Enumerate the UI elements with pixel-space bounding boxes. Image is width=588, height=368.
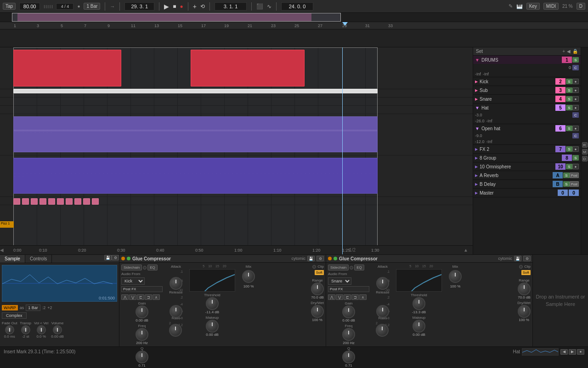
comp2-makeup-knob[interactable] [413,320,425,333]
tap-button[interactable]: Tap [3,3,16,10]
comp2-postfx[interactable]: Post FX [328,286,369,292]
overview-bar[interactable] [0,13,588,22]
comp1-mix-knob[interactable] [242,270,255,283]
transp-knob[interactable] [21,325,30,334]
collapse-hat[interactable]: ▼ [475,105,480,110]
end-position[interactable]: 24. 0. 0 [281,2,313,11]
comp1-power-led[interactable] [121,257,125,260]
comp1-settings-btn[interactable]: ⚙ [317,256,324,261]
track-mute-snare[interactable]: ● [572,96,579,102]
track-s-kick[interactable]: S [566,79,572,84]
comp2-q-knob[interactable] [342,351,355,363]
scroll-left-btn[interactable]: ◀ [0,247,4,253]
comp2-filter-1[interactable]: ⋀ [328,294,335,300]
comp2-eq-btn[interactable]: EQ [354,264,364,270]
clip-pink[interactable] [31,198,38,205]
track-s-drums[interactable]: S [572,57,579,63]
comp1-range-knob[interactable] [311,282,324,295]
fade-out-knob[interactable] [5,325,14,334]
track-mute-openhat[interactable]: ● [572,126,579,131]
comp1-threshold-knob[interactable] [206,297,219,310]
track-collapse-drums[interactable]: ▼ [475,58,480,63]
comp1-q-knob[interactable] [136,351,148,363]
set-add-btn[interactable]: + [562,49,565,54]
track-mute-kick[interactable]: ● [572,79,579,84]
scroll-r-btn[interactable]: R [582,142,588,148]
scroll-right-btn[interactable]: 1/2 [349,247,356,253]
position-display[interactable]: 29. 3. 1 [124,2,154,11]
track-c-openhat[interactable]: C [572,133,579,138]
time-sig-display[interactable]: 4 / 4 [56,3,74,10]
comp1-source-select[interactable]: Kick Snare [121,277,145,285]
comp2-range-knob[interactable] [518,282,531,295]
status-btn-1[interactable]: ◀ [560,349,568,355]
record-button[interactable]: ● [180,3,183,10]
volume-knob[interactable] [53,325,62,334]
clip-pink[interactable] [22,198,29,205]
comp2-attack-knob[interactable] [376,277,389,290]
scroll-up-btn[interactable]: ▲ [464,247,468,253]
track-s-reverb[interactable]: S [563,172,570,178]
waveform-display[interactable]: 0:01:500 [2,265,117,302]
comp2-ratio-knob[interactable] [376,324,389,337]
track-post-delay[interactable]: Post [570,181,579,187]
clip-pink[interactable] [48,198,55,205]
track-s-8group[interactable]: S [572,155,579,161]
comp2-filter-5[interactable]: ∧ [359,294,367,300]
comp2-gain-knob[interactable] [342,305,355,318]
comp1-active-led[interactable] [127,257,130,260]
track-c-drums[interactable]: C [572,65,579,70]
comp2-filter-4[interactable]: ⊐ [351,294,359,300]
set-lock-btn[interactable]: 🔒 [572,49,578,54]
comp2-source-select[interactable]: Snare Kick [328,277,351,285]
stop-button[interactable]: ■ [173,3,176,10]
vol-vel-knob[interactable] [37,325,46,334]
loop-button[interactable]: ⟲ [200,3,205,10]
comp2-mix-knob[interactable] [449,270,462,283]
track-c-hat[interactable]: C [572,112,579,118]
comp2-sidechain-btn[interactable]: Sidechain [328,264,349,270]
key-label[interactable]: Key [526,3,540,10]
track-mute-fx2[interactable]: ● [572,146,579,152]
ruler[interactable]: 1 3 5 7 9 11 13 15 17 19 21 23 25 27 29 … [0,22,588,29]
track-mute-hat[interactable]: ● [572,105,579,110]
track-s-snare[interactable]: S [566,96,572,102]
comp2-threshold-knob[interactable] [413,297,425,310]
comp2-save-btn[interactable]: 💾 [514,256,521,261]
comp1-filter-3[interactable]: ⊏ [137,294,144,300]
comp1-drywet-knob[interactable] [311,305,324,318]
comp1-filter-2[interactable]: ⋁ [129,294,136,300]
bar-setting[interactable]: 1 Bar [84,3,100,10]
status-btn-3[interactable]: ● [577,349,584,355]
comp1-filter-5[interactable]: ∧ [153,294,160,300]
comp1-release-knob[interactable] [170,305,182,318]
bpm-display[interactable]: 80.00 [19,3,40,10]
track-s-delay[interactable]: S [563,181,570,187]
comp1-soft-badge[interactable]: Soft [315,270,324,275]
comp2-drywet-knob[interactable] [518,305,531,318]
track-mute-omnisphere[interactable]: ● [572,164,579,169]
track-mute-sub[interactable]: ● [572,87,579,93]
clip[interactable] [191,50,305,86]
settings-sample-btn[interactable]: ⚙ [112,255,119,260]
d-button[interactable]: D [577,3,585,10]
clip-pink[interactable] [92,198,99,205]
track-s-fx2[interactable]: S [566,146,572,152]
clip-pink[interactable] [74,198,81,205]
track-canvas[interactable]: · · · · · · · · · · · · · · · · · · · · … [0,47,473,254]
track-post-reverb[interactable]: Post [570,172,579,178]
collapse-openhat[interactable]: ▼ [475,126,480,131]
play-button[interactable]: ▶ [164,3,169,10]
scroll-m-btn[interactable]: M [582,149,588,155]
status-btn-2[interactable]: ▶ [569,349,576,355]
clip-hat[interactable]: · · · · · · · · · · · · · · · · · · · · … [13,116,378,152]
track-s-omnisphere[interactable]: S [566,164,572,169]
comp2-soft-badge[interactable]: Soft [521,270,531,275]
comp2-settings-btn[interactable]: ⚙ [523,256,531,261]
warp-button[interactable]: WARP [2,305,18,310]
drop-zone[interactable]: Drop an Instrument or Sample Here [533,255,588,346]
comp1-sidechain-btn[interactable]: Sidechain [121,264,142,270]
clip-pink[interactable] [13,198,20,205]
clip-pink[interactable] [57,198,64,205]
save-sample-btn[interactable]: 💾 [104,255,112,260]
